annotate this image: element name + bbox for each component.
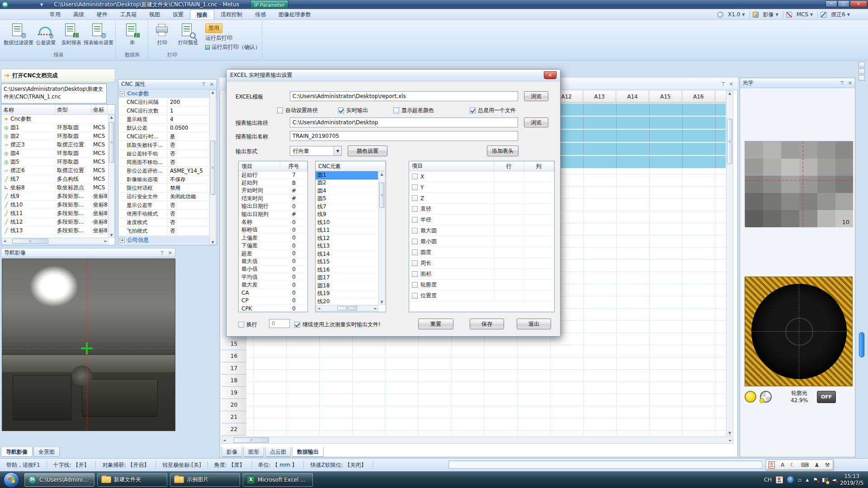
elements-horizontal-scrollbar[interactable]: ◄≡► [316,305,378,311]
cnc-element-item[interactable]: 线15 [316,258,378,267]
tree-row[interactable]: 圆4 环形取圆 MCS [1,149,115,158]
measure-item-row[interactable]: 半径 [409,215,554,225]
sheet-tab[interactable]: 影像 [222,447,242,457]
minimize-button[interactable]: ─ [826,0,837,7]
language-indicator[interactable]: CH [764,477,772,483]
cnc-element-item[interactable]: 线20 [316,298,378,306]
property-row[interactable]: 同画面不移动...否 [118,158,210,167]
measure-item-row[interactable]: 最小圆 [409,236,554,247]
tree-row[interactable]: 线11 多段矩形... 坐标8 [1,209,115,218]
output-item-row[interactable]: 名称0 [239,218,307,226]
measure-item-checkbox[interactable] [412,249,418,255]
measure-item-checkbox[interactable] [412,217,418,223]
property-row[interactable]: CNC运行间隔200 [118,98,210,107]
output-path-browse-button[interactable]: 浏览 [524,117,548,127]
status-item[interactable]: 快速Z软限位: 【关闭】 [304,461,373,469]
print-after-run-option[interactable]: 运行后打印 [205,34,260,42]
dropdown-arrow-icon[interactable]: ▼ [334,146,341,155]
measure-item-row[interactable]: 最大圆 [409,225,554,236]
ime-icon[interactable]: 五 [769,461,775,469]
property-row[interactable]: CNC运行次数1 [118,107,210,115]
cnc-element-item[interactable]: 线7 [316,203,378,211]
sheet-row-header[interactable]: 15 [222,338,246,350]
sheet-tab[interactable]: 图形 [243,447,264,457]
alignment-dropdown[interactable]: 摆正6▼ [829,11,852,19]
sheet-vertical-scrollbar[interactable]: ▲≡▼ [726,91,733,436]
sheet-column-header[interactable]: A15 [649,91,682,103]
color-settings-button[interactable]: 颜色设置 [348,145,387,156]
output-item-row[interactable]: 起始行7 [239,171,307,179]
measure-item-row[interactable]: 面积 [409,269,554,280]
ribbon-button[interactable]: 实时报表 [59,22,84,52]
property-row[interactable]: 默认公差0.0500 [118,124,210,132]
property-row[interactable]: 显示精度4 [118,115,210,124]
settings-icon[interactable]: ⚒ [825,462,830,468]
col-item[interactable]: 项目 [239,161,280,171]
elements-vertical-scrollbar[interactable]: ▲≡▼ [378,172,385,305]
close-panel-icon[interactable]: × [729,81,733,87]
output-path-input[interactable] [290,117,518,127]
sheet-tab[interactable]: 数据输出 [292,447,324,457]
tree-row[interactable]: 线9 多段矩形... 坐标8 [1,192,115,201]
tree-row[interactable]: 坐标8 取坐标原点 MCS [1,183,115,192]
nav-tab[interactable]: 导航影像 [1,447,33,457]
pin-icon[interactable]: ⊥ [160,250,165,256]
template-browse-button[interactable]: 浏览 [524,91,548,101]
cnc-element-item[interactable]: 圆1 [316,171,378,179]
ribbon-tab[interactable]: 传感 [249,9,272,19]
keyboard-icon[interactable]: ⌨ [801,462,808,468]
help-tray-icon[interactable]: ? [787,476,794,483]
taskbar-button[interactable]: 示例图片 [170,473,240,487]
ribbon-button[interactable]: ⚙ 公差设置 [33,22,58,52]
ribbon-tab[interactable]: 高级 [67,9,90,19]
measure-item-row[interactable]: 周长 [409,258,554,269]
measure-item-row[interactable]: 轮廓度 [409,280,554,291]
col-row[interactable]: 行 [494,161,524,171]
status-item[interactable]: 单位: 【 mm 】 [252,461,304,469]
property-row[interactable]: 抓取失败转手...否 [118,141,210,150]
measure-item-row[interactable]: Y [409,182,554,193]
ribbon-tab[interactable]: 常用 [43,9,67,19]
cnc-element-item[interactable]: 线16 [316,266,378,274]
reset-button[interactable]: 重置 [418,319,453,329]
output-name-input[interactable] [290,131,518,141]
cnc-element-item[interactable]: 线11 [316,227,378,235]
measure-item-checkbox[interactable] [412,206,418,212]
continue-last-file-checkbox[interactable]: 继续使用上次测量实时输出文件! [294,321,381,328]
taskbar-button[interactable]: 新建文件夹 [97,473,167,487]
wrap-count-input[interactable] [269,319,290,328]
property-group-cnc[interactable]: − Cnc参数 [118,89,217,98]
flag-action-center-icon[interactable]: ⚑ [813,477,818,483]
close-panel-icon[interactable]: × [848,80,852,86]
sheet-row-header[interactable]: 19 [222,387,246,399]
tree-row[interactable]: 线12 多段矩形... 坐标8 [1,218,115,226]
app-logo-icon[interactable]: M [2,1,9,8]
print-preview-button[interactable]: 打印预览 [174,22,203,52]
status-item[interactable]: 帮助，请按F1 [0,461,47,469]
clock[interactable]: 15:13 2019/7/5 [840,473,863,487]
measure-item-checkbox[interactable] [412,195,418,201]
sheet-row-header[interactable]: 17 [222,362,246,375]
sheet-row-header[interactable]: 20 [222,399,246,411]
tree-row[interactable]: 摆正6 取摆正位置 MCS [1,166,115,175]
property-row[interactable]: 飞拍模式否 [118,227,210,235]
tree-horizontal-scrollbar[interactable]: ◄≡► [2,238,108,244]
zoom-level-dropdown[interactable]: X1.0▼ [726,11,746,18]
coordinate-system-dropdown[interactable]: MCS▼ [795,11,815,18]
col-cnc-element[interactable]: CNC元素 [316,161,386,171]
over-tolerance-color-checkbox[interactable]: 显示超差颜色 [393,107,434,114]
exit-button[interactable]: 退出 [517,319,551,329]
expand-icon[interactable]: + [120,238,125,243]
col-index[interactable]: 序号 [280,161,307,171]
pin-icon[interactable]: ⊥ [721,81,726,87]
restore-tray-icon[interactable]: ▫ [798,477,802,483]
measure-item-row[interactable]: Z [409,193,554,204]
cnc-element-item[interactable]: 圆4 [316,187,378,195]
template-path-input[interactable] [290,91,518,101]
sheet-column-header[interactable]: A12 [561,91,583,103]
tree-row[interactable]: 摆正3 取摆正位置 MCS [1,141,115,149]
ribbon-button[interactable]: ⚙ 数据过滤设置 [5,22,33,52]
ribbon-tab[interactable]: 报表 [190,9,214,19]
close-panel-icon[interactable]: × [210,81,214,87]
ribbon-tab[interactable]: 硬件 [90,9,114,19]
